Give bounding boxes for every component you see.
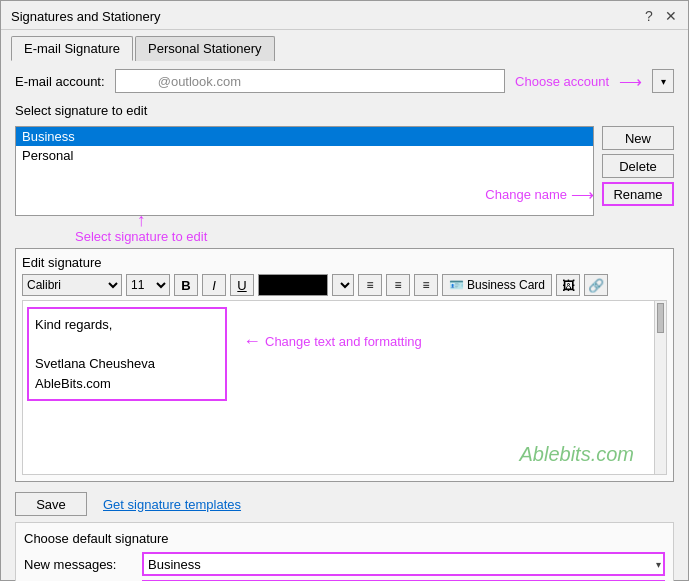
choose-account-arrow: ⟶ [619,72,642,91]
close-button[interactable]: ✕ [662,7,680,25]
sig-section: Business Personal ↑ Select signature to … [15,126,674,216]
font-size-select[interactable]: 11 [126,274,170,296]
signatures-dialog: Signatures and Stationery ? ✕ E-mail Sig… [0,0,689,581]
email-account-input[interactable] [115,69,505,93]
select-sig-label: Select signature to edit [15,103,674,118]
change-text-arrow: ← [243,331,261,352]
sig-buttons: New Delete Change name ⟶ Rename [602,126,674,206]
delete-button[interactable]: Delete [602,154,674,178]
sig-list[interactable]: Business Personal [15,126,594,216]
font-select[interactable]: Calibri [22,274,122,296]
default-sig-section: Choose default signature New messages: B… [15,522,674,581]
save-row: Save Get signature templates [15,492,674,516]
italic-button[interactable]: I [202,274,226,296]
email-account-label: E-mail account: [15,74,105,89]
sig-item-business[interactable]: Business [16,127,593,146]
choose-account-label: Choose account [515,74,609,89]
dialog-title: Signatures and Stationery [11,9,161,24]
new-messages-select-wrap: Business ▾ [142,552,665,576]
edit-sig-label: Edit signature [22,255,667,270]
toolbar: Calibri 11 B I U ▾ ≡ ≡ ≡ 🪪 Business Card… [22,274,667,296]
title-controls: ? ✕ [640,7,680,25]
new-button[interactable]: New [602,126,674,150]
rename-button[interactable]: Rename [602,182,674,206]
business-card-button[interactable]: 🪪 Business Card [442,274,552,296]
ablebits-watermark: Ablebits.com [520,443,635,466]
sig-item-personal[interactable]: Personal [16,146,593,165]
align-left-button[interactable]: ≡ [358,274,382,296]
default-sig-heading: Choose default signature [24,531,665,546]
color-picker[interactable] [258,274,328,296]
hyperlink-button[interactable]: 🔗 [584,274,608,296]
new-messages-select[interactable]: Business [142,552,665,576]
biz-card-icon: 🪪 [449,278,464,292]
tab-personal-stationery[interactable]: Personal Stationery [135,36,274,61]
underline-button[interactable]: U [230,274,254,296]
main-content: E-mail account: Choose account ⟶ ▾ Selec… [1,61,688,581]
change-text-annotation: ← Change text and formatting [243,331,422,352]
rename-row: Change name ⟶ Rename [602,182,674,206]
align-right-button[interactable]: ≡ [414,274,438,296]
sig-text: Kind regards,Svetlana CheushevaAbleBits.… [35,317,155,391]
edit-sig-section: Edit signature Calibri 11 B I U ▾ ≡ ≡ ≡ … [15,248,674,482]
editor-inner[interactable]: Kind regards,Svetlana CheushevaAbleBits.… [23,301,654,474]
bold-button[interactable]: B [174,274,198,296]
scrollbar[interactable] [654,301,666,474]
account-dropdown-button[interactable]: ▾ [652,69,674,93]
sig-text-box: Kind regards,Svetlana CheushevaAbleBits.… [27,307,227,401]
tab-bar: E-mail Signature Personal Stationery [1,30,688,61]
insert-image-button[interactable]: 🖼 [556,274,580,296]
templates-link[interactable]: Get signature templates [103,497,241,512]
save-button[interactable]: Save [15,492,87,516]
new-messages-label: New messages: [24,557,134,572]
email-account-row: E-mail account: Choose account ⟶ ▾ [15,69,674,93]
color-select[interactable]: ▾ [332,274,354,296]
editor-outer: Kind regards,Svetlana CheushevaAbleBits.… [22,300,667,475]
editor-content: Kind regards,Svetlana CheushevaAbleBits.… [23,301,654,474]
scrollbar-thumb[interactable] [657,303,664,333]
title-bar: Signatures and Stationery ? ✕ [1,1,688,30]
help-button[interactable]: ? [640,7,658,25]
spacer1 [15,222,674,242]
new-messages-row: New messages: Business ▾ [24,552,665,576]
sig-list-container: Business Personal ↑ Select signature to … [15,126,594,216]
align-center-button[interactable]: ≡ [386,274,410,296]
tab-email-signature[interactable]: E-mail Signature [11,36,133,61]
